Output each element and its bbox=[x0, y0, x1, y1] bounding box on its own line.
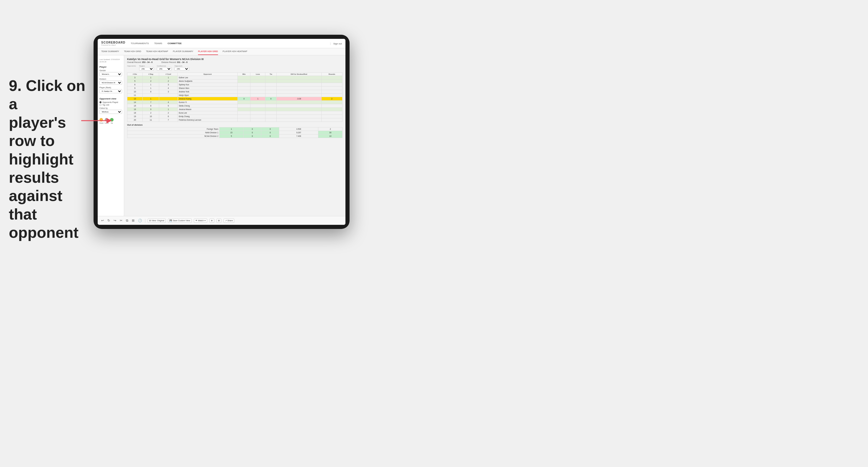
data-table: # Div # Reg # Conf Opponent Win Loss Tie… bbox=[127, 72, 342, 122]
table-row[interactable]: 1691Jessica Mason bbox=[127, 108, 342, 111]
ood-table-cell: 0 bbox=[261, 127, 279, 131]
filter-opponent-select[interactable]: (All) bbox=[175, 67, 189, 71]
nav-teams[interactable]: TEAMS bbox=[154, 41, 162, 45]
sidebar-colour-by-select[interactable]: Win/loss bbox=[99, 110, 122, 114]
table-cell bbox=[238, 104, 250, 108]
table-row[interactable]: 311Esther Lee bbox=[127, 76, 342, 80]
table-row[interactable]: 1063Andrea York bbox=[127, 90, 342, 94]
table-cell bbox=[238, 80, 250, 83]
col-header-tie: Tie bbox=[266, 73, 277, 76]
grid-area: Katelyn Vo Head-to-Head Grid for Women's… bbox=[124, 55, 345, 216]
table-cell: 1 bbox=[143, 83, 159, 87]
watch-chevron: ▾ bbox=[205, 220, 206, 222]
filter-conference-select[interactable]: (All) bbox=[157, 67, 172, 71]
radio-dot-opponents-played bbox=[99, 101, 101, 103]
ood-table-row[interactable]: NCAA Division 25007.40010 bbox=[127, 134, 342, 138]
filter-opponents: Opponents: bbox=[127, 65, 136, 71]
ood-table-cell: 30 bbox=[318, 131, 342, 134]
sidebar-opponent-view-title: Opponent view bbox=[99, 97, 122, 100]
ood-table-cell: 2 bbox=[318, 127, 342, 131]
sub-nav: TEAM SUMMARY TEAM H2H GRID TEAM H2H HEAT… bbox=[98, 48, 345, 55]
table-row[interactable]: 1822Euna Lee bbox=[127, 111, 342, 115]
table-cell: 4 bbox=[159, 101, 178, 104]
zoom-button[interactable]: ⊕ bbox=[210, 219, 214, 223]
table-cell bbox=[250, 83, 266, 87]
table-cell bbox=[321, 101, 342, 104]
fit-icon: ⊞ bbox=[218, 220, 220, 222]
fit-button[interactable]: ⊞ bbox=[217, 219, 221, 223]
filter-region-select[interactable]: (All) bbox=[139, 67, 154, 71]
ood-table-cell: Foreign Team bbox=[127, 127, 219, 131]
table-cell: 1 bbox=[159, 108, 178, 111]
table-cell: -3.00 bbox=[277, 97, 321, 101]
toolbar: ↩ ↻ ↪ ✂ ⧉ ⊞ 🕐 ⊞ View: Original 💾 Save Cu… bbox=[98, 216, 345, 225]
save-custom-view-button[interactable]: 💾 Save Custom View bbox=[168, 219, 191, 223]
share-button[interactable]: ↗ Share bbox=[224, 219, 235, 223]
sign-out-separator: | bbox=[330, 42, 331, 45]
sidebar-opponent-radio-group: Opponents Played Top 100 bbox=[99, 101, 122, 106]
color-legend: Down Level Up bbox=[99, 118, 122, 124]
table-row[interactable]: 1474Eunice Yi bbox=[127, 101, 342, 104]
tab-team-h2h-grid[interactable]: TEAM H2H GRID bbox=[124, 48, 141, 55]
table-row[interactable]: 19106Emily Chang bbox=[127, 115, 342, 118]
table-cell bbox=[143, 94, 159, 97]
table-cell: 13 bbox=[127, 97, 143, 101]
table-row[interactable]: 613Sydney Kuo bbox=[127, 83, 342, 87]
redo-button[interactable]: ↻ bbox=[107, 218, 111, 223]
view-original-button[interactable]: ⊞ View: Original bbox=[148, 219, 166, 223]
col-header-reg: # Reg bbox=[143, 73, 159, 76]
table-cell: 5 bbox=[127, 80, 143, 83]
nav-committee[interactable]: COMMITTEE bbox=[167, 41, 182, 45]
watch-button[interactable]: 👁 Watch ▾ bbox=[194, 219, 207, 223]
sidebar-gender-select[interactable]: Women's bbox=[99, 72, 122, 76]
table-cell: 1 bbox=[143, 97, 159, 101]
sidebar-radio-top100[interactable]: Top 100 bbox=[99, 104, 122, 106]
ood-table-row[interactable]: Foreign Team1004.5002 bbox=[127, 127, 342, 131]
table-cell bbox=[250, 104, 266, 108]
table-cell bbox=[250, 94, 266, 97]
table-cell: Jessica Mason bbox=[178, 108, 238, 111]
sign-out-button[interactable]: Sign out bbox=[333, 42, 342, 45]
table-cell bbox=[238, 83, 250, 87]
tab-player-summary[interactable]: PLAYER SUMMARY bbox=[173, 48, 193, 55]
table-cell bbox=[238, 108, 250, 111]
table-cell: 2 bbox=[159, 111, 178, 115]
cut-button[interactable]: ✂ bbox=[119, 218, 123, 223]
table-row[interactable]: 1585Stella Chong bbox=[127, 104, 342, 108]
table-row[interactable]: 131Jessica Huang010-3.002 bbox=[127, 97, 342, 101]
table-row[interactable]: 11Heejo Hyun bbox=[127, 94, 342, 97]
table-cell: 18 bbox=[127, 111, 143, 115]
table-row[interactable]: 914Sharon Mun bbox=[127, 87, 342, 90]
tab-team-summary[interactable]: TEAM SUMMARY bbox=[101, 48, 119, 55]
col-header-div: # Div bbox=[127, 73, 143, 76]
sidebar-radio-opponents-played[interactable]: Opponents Played bbox=[99, 101, 122, 103]
tab-player-h2h-grid[interactable]: PLAYER H2H GRID bbox=[198, 48, 218, 55]
ood-table-cell: 0 bbox=[261, 131, 279, 134]
logo-subtitle: Powered by clippd bbox=[101, 44, 125, 46]
table-cell bbox=[266, 90, 277, 94]
table-cell: 19 bbox=[127, 115, 143, 118]
table-cell: Andrea York bbox=[178, 90, 238, 94]
sidebar-player-rank-select[interactable]: 8. Katelyn Vo bbox=[99, 89, 122, 93]
clock-button[interactable]: 🕐 bbox=[137, 218, 143, 223]
sidebar-division-select[interactable]: NCAA Division III bbox=[99, 81, 122, 85]
table-cell: Eunice Yi bbox=[178, 101, 238, 104]
table-cell: Sharon Mun bbox=[178, 87, 238, 90]
grid-records: Overall Record: 353 - 34 - 6 Division Re… bbox=[127, 61, 342, 63]
table-row[interactable]: 20117Federica Domecq Lacroze bbox=[127, 118, 342, 122]
undo-button[interactable]: ↩ bbox=[101, 218, 104, 223]
ood-table-row[interactable]: NAIA Division 115009.26730 bbox=[127, 131, 342, 134]
tab-player-h2h-heatmap[interactable]: PLAYER H2H HEATMAP bbox=[223, 48, 247, 55]
tab-team-h2h-heatmap[interactable]: TEAM H2H HEATMAP bbox=[146, 48, 168, 55]
forward-button[interactable]: ↪ bbox=[113, 218, 117, 223]
filter-opponent-group: Opponent (All) bbox=[175, 65, 189, 71]
table-row[interactable]: 522Alexis Sudjianto bbox=[127, 80, 342, 83]
table-cell bbox=[277, 104, 321, 108]
nav-bar: SCOREBOARD Powered by clippd TOURNAMENTS… bbox=[98, 39, 345, 48]
copy-button[interactable]: ⧉ bbox=[125, 218, 129, 223]
ood-table-cell: 15 bbox=[219, 131, 243, 134]
paste-button[interactable]: ⊞ bbox=[131, 218, 135, 223]
view-original-icon: ⊞ bbox=[149, 220, 151, 222]
nav-tournaments[interactable]: TOURNAMENTS bbox=[131, 41, 149, 45]
table-cell: 11 bbox=[143, 118, 159, 122]
